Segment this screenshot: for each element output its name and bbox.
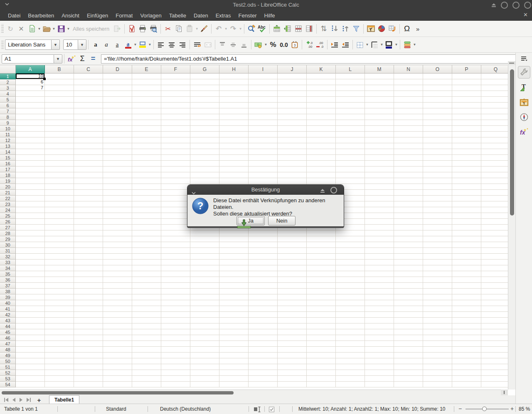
cell-E15[interactable] [132,155,161,161]
cell-M44[interactable] [365,323,394,329]
cell-G39[interactable] [190,294,219,300]
cell-H52[interactable] [219,370,249,376]
cell-I38[interactable] [249,289,278,294]
cell-A47[interactable] [16,341,45,347]
insert-column-left-icon[interactable] [282,23,293,34]
cell-B45[interactable] [45,329,74,335]
cell-E17[interactable] [132,167,161,172]
cell-C54[interactable] [74,382,103,387]
cell-L47[interactable] [336,341,365,347]
cell-H28[interactable] [219,230,249,236]
cell-J7[interactable] [278,108,307,114]
cell-P26[interactable] [452,219,481,225]
cell-L34[interactable] [336,265,365,271]
cell-F41[interactable] [161,306,190,312]
cell-M12[interactable] [365,137,394,143]
row-header-44[interactable]: 44 [0,323,16,329]
cell-A53[interactable] [16,376,45,382]
cell-P51[interactable] [452,364,481,370]
cell-N53[interactable] [394,376,423,382]
cell-H51[interactable] [219,364,249,370]
underline-icon[interactable]: a [112,39,123,50]
cell-M49[interactable] [365,353,394,358]
cell-A34[interactable] [16,265,45,271]
cell-L12[interactable] [336,137,365,143]
cell-D11[interactable] [103,132,132,137]
row-header-18[interactable]: 18 [0,172,16,178]
save-all-button[interactable]: Alles speichern [70,26,112,32]
cell-K9[interactable] [307,120,336,126]
cell-A51[interactable] [16,364,45,370]
cell-N28[interactable] [394,230,423,236]
cell-J47[interactable] [278,341,307,347]
cell-L42[interactable] [336,312,365,318]
cell-G6[interactable] [190,103,219,108]
cell-G52[interactable] [190,370,219,376]
cell-Q21[interactable] [481,190,508,196]
cell-P50[interactable] [452,358,481,364]
cell-M9[interactable] [365,120,394,126]
currency-format-icon[interactable] [253,39,264,50]
cell-Q23[interactable] [481,201,508,207]
cell-K37[interactable] [307,283,336,289]
cell-J37[interactable] [278,283,307,289]
cell-H15[interactable] [219,155,249,161]
menu-einfügen[interactable]: Einfügen [83,11,112,20]
cell-J14[interactable] [278,149,307,155]
cell-E37[interactable] [132,283,161,289]
cell-N4[interactable] [394,91,423,97]
cell-B38[interactable] [45,289,74,294]
cell-E45[interactable] [132,329,161,335]
cell-G30[interactable] [190,242,219,248]
cell-I54[interactable] [249,382,278,387]
borders-dropdown[interactable]: ▼ [365,39,369,50]
row-header-47[interactable]: 47 [0,341,16,347]
cell-L49[interactable] [336,353,365,358]
cell-M23[interactable] [365,201,394,207]
cell-E22[interactable] [132,196,161,201]
cell-L6[interactable] [336,103,365,108]
cell-M31[interactable] [365,248,394,254]
cell-E42[interactable] [132,312,161,318]
cell-B42[interactable] [45,312,74,318]
cell-A28[interactable] [16,230,45,236]
cell-F33[interactable] [161,260,190,265]
cell-A50[interactable] [16,358,45,364]
open-file-icon[interactable] [41,23,52,34]
cell-G10[interactable] [190,126,219,132]
cell-K49[interactable] [307,353,336,358]
cell-A19[interactable] [16,178,45,184]
cell-P21[interactable] [452,190,481,196]
cell-D31[interactable] [103,248,132,254]
cell-L10[interactable] [336,126,365,132]
cell-Q6[interactable] [481,103,508,108]
formula-equals-icon[interactable]: = [88,54,99,64]
cell-K34[interactable] [307,265,336,271]
bold-icon[interactable]: a [90,39,101,50]
cell-B51[interactable] [45,364,74,370]
italic-icon[interactable]: a [101,39,112,50]
cell-F1[interactable] [161,73,190,79]
cell-F35[interactable] [161,271,190,277]
cell-P39[interactable] [452,294,481,300]
row-header-46[interactable]: 46 [0,335,16,341]
column-header-G[interactable]: G [190,65,219,73]
cell-F24[interactable] [161,207,190,213]
cell-C8[interactable] [74,114,103,120]
cell-D30[interactable] [103,242,132,248]
cell-L46[interactable] [336,335,365,341]
new-document-icon[interactable] [27,23,37,34]
cell-Q53[interactable] [481,376,508,382]
cell-E46[interactable] [132,335,161,341]
cell-C13[interactable] [74,143,103,149]
cell-B23[interactable] [45,201,74,207]
cell-H32[interactable] [219,254,249,260]
cell-I45[interactable] [249,329,278,335]
cell-F52[interactable] [161,370,190,376]
cell-Q19[interactable] [481,178,508,184]
cell-F44[interactable] [161,323,190,329]
cell-C40[interactable] [74,300,103,306]
cell-P6[interactable] [452,103,481,108]
cell-M7[interactable] [365,108,394,114]
cell-O41[interactable] [423,306,452,312]
